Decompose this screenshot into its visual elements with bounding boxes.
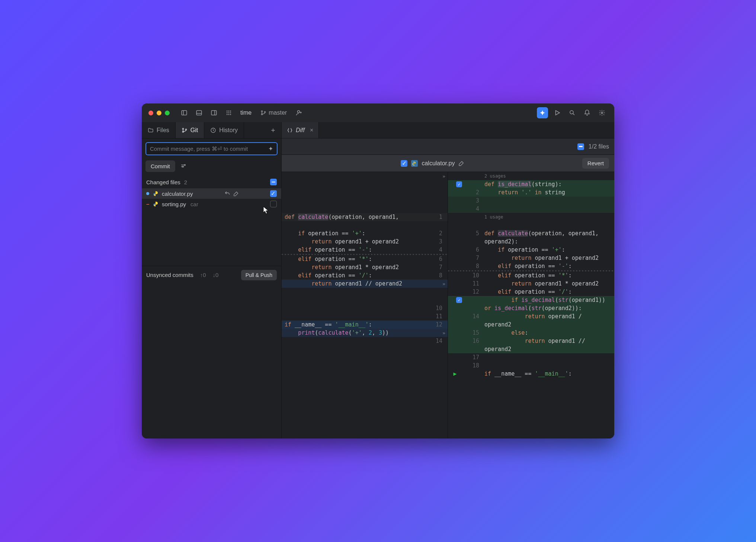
add-tab-button[interactable] (265, 122, 281, 138)
diff-line[interactable]: def calculate(operation, operand1, 1 (282, 213, 448, 221)
commit-input-wrap[interactable]: ✦ (145, 142, 278, 155)
branch-icon (182, 127, 188, 133)
window-controls (148, 111, 170, 115)
diff-line[interactable]: 15 else: (448, 329, 614, 337)
svg-point-15 (262, 111, 263, 112)
diff-line[interactable]: 14 (282, 337, 448, 345)
diff-line[interactable]: 2 return '.' in string (448, 188, 614, 197)
ai-assistant-icon[interactable] (537, 107, 548, 118)
notifications-icon[interactable] (582, 107, 593, 118)
expand-icon[interactable]: » (442, 330, 445, 336)
svg-point-14 (230, 114, 231, 115)
diff-line[interactable]: if operation == '+':2 (282, 229, 448, 237)
window-maximize-button[interactable] (165, 111, 170, 115)
apps-grid-icon[interactable] (223, 107, 234, 118)
fold-icon[interactable]: » (442, 173, 445, 179)
diff-line[interactable]: if __name__ == '__main__':12 (282, 321, 448, 329)
file-checkbox[interactable]: ✓ (270, 190, 277, 197)
diff-line[interactable]: 11 (282, 312, 448, 321)
add-user-icon[interactable] (294, 107, 305, 118)
tab-git[interactable]: Git (176, 122, 204, 138)
project-name[interactable]: time (238, 109, 254, 116)
changed-file-row[interactable]: −sorting.pycar (142, 199, 281, 209)
changed-file-row[interactable]: calculator.py ✓ (142, 188, 281, 199)
svg-point-27 (185, 129, 186, 130)
diff-line[interactable] (282, 205, 448, 213)
window-minimize-button[interactable] (157, 111, 161, 115)
diff-line[interactable]: ▶if __name__ == '__main__': (448, 370, 614, 378)
diff-line[interactable]: 10 (282, 304, 448, 312)
run-gutter-icon[interactable]: ▶ (453, 370, 457, 377)
revert-button[interactable]: Revert (582, 158, 609, 169)
svg-point-7 (228, 111, 230, 112)
diff-line[interactable]: 10 elif operation == '*': (448, 271, 614, 280)
diff-line[interactable]: 12 elif operation == '/': (448, 288, 614, 296)
commit-button[interactable]: Commit (145, 160, 175, 172)
sidebar-left-icon[interactable] (179, 107, 190, 118)
diff-line[interactable] (282, 188, 448, 197)
diff-line[interactable]: 4 (448, 205, 614, 213)
tab-history[interactable]: History (204, 122, 244, 138)
diff-line[interactable]: 5def calculate(operation, operand1, (448, 229, 614, 237)
diff-line[interactable] (448, 221, 614, 229)
git-sidebar: ✦ Commit Changed files 2 calculator.py ✓… (142, 138, 282, 439)
changed-files-list: calculator.py ✓−sorting.pycar (142, 188, 281, 266)
diff-line[interactable]: 18 (448, 361, 614, 370)
diff-line[interactable] (282, 221, 448, 229)
ai-generate-icon[interactable]: ✦ (268, 145, 273, 152)
window-close-button[interactable] (148, 111, 153, 115)
diff-line[interactable]: 6 if operation == '+': (448, 246, 614, 254)
diff-line[interactable]: 3 (448, 197, 614, 205)
edit-file-icon[interactable] (233, 191, 239, 197)
diff-line[interactable]: ✓def is_decimal(string): (448, 180, 614, 188)
file-checkbox[interactable] (270, 201, 277, 207)
edit-icon[interactable] (458, 160, 464, 166)
diff-select-all-checkbox[interactable] (577, 143, 584, 150)
revert-file-icon[interactable] (224, 191, 230, 197)
diff-line[interactable]: elif operation == '-':4 (282, 246, 448, 254)
diff-header: 1/2 files (282, 138, 614, 155)
sidebar-right-icon[interactable] (208, 107, 220, 118)
status-modified-icon (146, 192, 149, 195)
pull-push-button[interactable]: Pull & Push (241, 270, 277, 280)
diff-line[interactable]: 17 (448, 353, 614, 361)
expand-icon[interactable]: » (442, 281, 445, 287)
svg-point-12 (227, 114, 228, 115)
diff-line[interactable]: return operand1 + operand23 (282, 237, 448, 246)
close-tab-icon[interactable]: × (310, 127, 313, 134)
diff-line[interactable]: print(calculate('+', 2, 3))» (282, 329, 448, 337)
diff-line[interactable]: elif operation == '/':8 (282, 271, 448, 280)
settings-icon[interactable] (596, 107, 608, 118)
diff-line[interactable] (282, 288, 448, 296)
editor-tab-diff[interactable]: Diff × (282, 122, 319, 138)
diff-line[interactable]: return operand1 // operand2» (282, 280, 448, 288)
hunk-checkbox[interactable]: ✓ (456, 297, 462, 303)
diff-line[interactable]: 16 return operand1 // (448, 337, 614, 345)
diff-line[interactable]: operand2 (448, 345, 614, 353)
diff-line[interactable]: 7 return operand1 + operand2 (448, 254, 614, 262)
hunk-checkbox[interactable]: ✓ (456, 181, 462, 187)
diff-line[interactable]: return operand1 * operand27 (282, 263, 448, 271)
diff-line[interactable] (282, 180, 448, 188)
diff-line[interactable]: operand2 (448, 321, 614, 329)
branch-name: master (269, 109, 287, 116)
file-checkbox[interactable]: ✓ (401, 160, 407, 167)
tab-files[interactable]: Files (142, 122, 176, 138)
sidebar-bottom-icon[interactable] (193, 107, 205, 118)
diff-line[interactable] (282, 197, 448, 205)
diff-line[interactable]: 8 elif operation == '-': (448, 262, 614, 270)
usages-badge: 2 usages (483, 173, 614, 179)
diff-line[interactable]: or is_decimal(str(operand2)): (448, 304, 614, 312)
select-all-checkbox[interactable] (270, 179, 277, 185)
run-icon[interactable] (552, 107, 563, 118)
diff-line[interactable]: 14 return operand1 / (448, 312, 614, 321)
commit-message-input[interactable] (150, 146, 266, 152)
diff-line[interactable]: elif operation == '*':6 (282, 255, 448, 263)
diff-line[interactable]: 11 return operand1 * operand2 (448, 280, 614, 288)
diff-line[interactable] (282, 296, 448, 304)
diff-line[interactable]: ✓ if is_decimal(str(operand1)) (448, 296, 614, 304)
diff-line[interactable]: operand2): (448, 237, 614, 246)
search-icon[interactable] (567, 107, 578, 118)
commit-options-icon[interactable] (179, 162, 188, 171)
branch-selector[interactable]: master (257, 107, 290, 118)
